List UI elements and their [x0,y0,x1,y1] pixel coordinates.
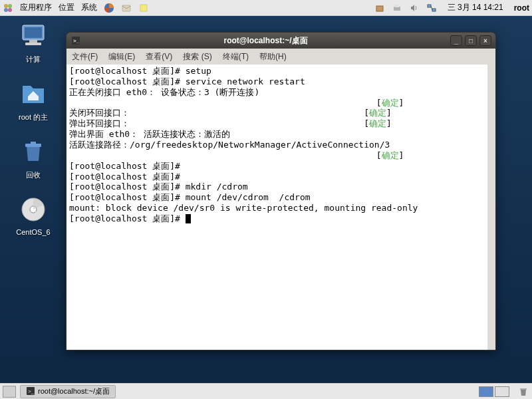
taskbar-task-terminal[interactable]: >_ root@localhost:~/桌面 [20,385,116,398]
desktop-label-trash: 回收 [26,170,41,180]
close-button[interactable]: × [479,35,491,46]
terminal-line: mount: block device /dev/sr0 is write-pr… [69,203,485,213]
svg-point-3 [8,8,12,12]
svg-point-0 [4,4,8,8]
menu-applications[interactable]: 应用程序 [20,2,52,13]
svg-rect-15 [25,43,41,45]
desktop-icon-computer[interactable]: 计算 [7,20,60,65]
panel-right: 三 3月 14 14:21 root [374,2,529,13]
terminal-titlebar-icon: >_ [70,35,81,46]
workspace-2[interactable] [495,386,509,397]
terminal-line: [root@localhost 桌面]# mkdir /cdrom [69,182,485,192]
workspace-1[interactable] [479,386,493,397]
terminal-line: [root@localhost 桌面]# mount /dev/cdrom /c… [69,192,485,203]
svg-rect-24 [520,388,527,390]
terminal-window: >_ root@localhost:~/桌面 _ □ × 文件(F) 编辑(E)… [66,32,496,350]
svg-rect-13 [25,27,42,38]
taskbar-left: >_ root@localhost:~/桌面 [3,385,116,398]
svg-rect-11 [432,9,436,11]
terminal-line: 活跃连接路径：/org/freedesktop/NetworkManager/A… [69,140,485,150]
menu-view[interactable]: 查看(V) [146,51,172,63]
panel-trash-icon[interactable] [517,386,529,398]
clock-text[interactable]: 三 3月 14 14:21 [448,2,503,13]
folder-home-icon [17,78,49,110]
terminal-body[interactable]: [root@localhost 桌面]# setup[root@localhos… [66,65,495,350]
desktop-icons: 计算 root 的主 回收 CentOS_6 [7,20,60,236]
menu-help[interactable]: 帮助(H) [259,51,287,63]
distro-icon[interactable] [3,3,13,13]
svg-rect-16 [25,144,41,147]
svg-rect-5 [122,5,130,11]
minimize-button[interactable]: _ [450,35,462,46]
titlebar-buttons: _ □ × [450,35,491,46]
svg-rect-9 [395,5,399,7]
network-icon[interactable] [426,3,437,13]
menu-system[interactable]: 系统 [81,2,97,13]
disc-icon [17,194,49,225]
terminal-line: [确定] [69,150,485,161]
terminal-line: 弹出环回接口： [确定] [69,118,485,129]
computer-icon [17,20,49,52]
printer-icon[interactable] [392,3,402,13]
svg-text:>_: >_ [28,388,35,394]
desktop-icon-home[interactable]: root 的主 [7,78,60,122]
terminal-cursor [186,214,191,223]
task-terminal-icon: >_ [26,386,35,397]
desktop-label-centos: CentOS_6 [16,228,50,236]
bottom-panel: >_ root@localhost:~/桌面 [0,383,532,399]
svg-rect-10 [428,5,431,7]
task-label: root@localhost:~/桌面 [38,386,110,396]
terminal-line: 关闭环回接口： [确定] [69,108,485,118]
svg-text:>_: >_ [73,38,80,44]
maximize-button[interactable]: □ [465,35,477,46]
terminal-line: [root@localhost 桌面]# setup [69,66,485,76]
show-desktop-button[interactable] [3,386,16,398]
desktop-label-home: root 的主 [19,112,48,122]
menu-file[interactable]: 文件(F) [72,51,98,63]
desktop-label-computer: 计算 [26,55,41,65]
desktop-icon-trash[interactable]: 回收 [7,136,60,180]
svg-rect-17 [31,142,36,144]
svg-rect-6 [140,5,147,11]
trash-bin-icon [17,136,49,168]
menu-terminal[interactable]: 终端(T) [223,51,249,63]
terminal-line: [root@localhost 桌面]# [69,172,485,182]
firefox-icon[interactable] [104,3,114,13]
package-icon[interactable] [374,3,385,13]
user-label[interactable]: root [514,3,529,13]
terminal-titlebar[interactable]: >_ root@localhost:~/桌面 _ □ × [66,33,495,49]
terminal-title-text: root@localhost:~/桌面 [81,35,450,47]
terminal-line: [root@localhost 桌面]# [69,213,485,224]
terminal-line: 正在关闭接口 eth0： 设备状态：3 (断开连接) [69,87,485,98]
terminal-line: [root@localhost 桌面]# [69,161,485,172]
taskbar-right [479,386,529,398]
notes-icon[interactable] [138,3,149,13]
menu-edit[interactable]: 编辑(E) [108,51,135,63]
terminal-menubar: 文件(F) 编辑(E) 查看(V) 搜索 (S) 终端(T) 帮助(H) [66,49,495,65]
workspace-pager [479,386,509,397]
menu-search[interactable]: 搜索 (S) [183,51,211,63]
volume-icon[interactable] [409,3,420,13]
terminal-line: 弹出界面 eth0： 活跃连接状态：激活的 [69,129,485,140]
panel-left: 应用程序 位置 系统 [3,2,149,13]
terminal-line: [root@localhost 桌面]# service network res… [69,76,485,87]
svg-rect-14 [29,40,37,43]
desktop-icon-centos[interactable]: CentOS_6 [7,194,60,236]
svg-point-1 [8,4,12,8]
mail-icon[interactable] [121,3,132,13]
menu-places[interactable]: 位置 [59,2,74,13]
terminal-line: [确定] [69,98,485,108]
svg-point-2 [4,8,8,12]
top-panel: 应用程序 位置 系统 三 3月 14 14:21 root [0,0,532,16]
svg-rect-7 [376,6,383,11]
